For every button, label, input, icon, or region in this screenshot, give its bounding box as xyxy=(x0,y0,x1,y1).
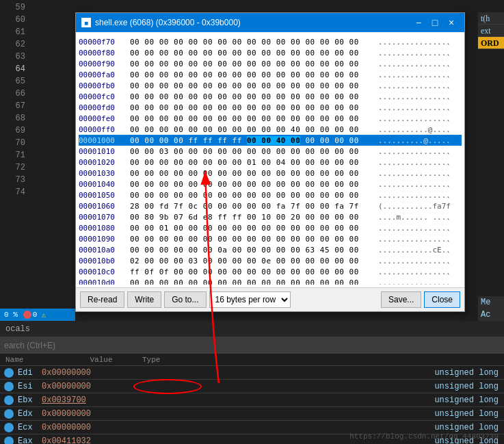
right-label-ord: ORD xyxy=(478,37,504,49)
hex-row[interactable]: 00000fa000 00 00 00 00 00 00 00 00 00 00… xyxy=(79,69,462,80)
register-value: 0x00000000 xyxy=(42,368,124,378)
save-button[interactable]: Save... xyxy=(381,291,421,308)
line-num-63: 63 xyxy=(0,51,31,63)
register-dot xyxy=(4,395,14,405)
line-num-66: 66 xyxy=(0,88,31,100)
close-window-button[interactable]: × xyxy=(444,15,459,30)
register-name: Ebx xyxy=(18,395,42,405)
reread-button[interactable]: Re-read xyxy=(80,291,124,308)
line-num-71: 71 xyxy=(0,149,31,161)
locals-header: ocals xyxy=(0,321,504,337)
hex-row[interactable]: 00000f7000 00 00 00 00 00 00 00 00 00 00… xyxy=(79,36,462,47)
register-value: 0x00000000 xyxy=(42,409,124,419)
hex-row[interactable]: 00000fd000 00 00 00 00 00 00 00 00 00 00… xyxy=(79,102,462,113)
hex-row[interactable]: 0000103000 00 00 00 00 00 00 00 00 00 00… xyxy=(79,168,462,179)
locals-label: ocals xyxy=(5,324,30,334)
register-name: Edi xyxy=(18,368,42,378)
register-row[interactable]: Esi0x00000000unsigned long xyxy=(0,380,504,393)
zoom-level: 0 % xyxy=(4,311,18,319)
hex-row[interactable]: 0000105000 00 00 00 00 00 00 00 00 00 00… xyxy=(79,190,462,200)
ac-label: Ac xyxy=(478,309,504,321)
hex-row[interactable]: 0000107000 80 9b 07 6d e8 ff ff 00 10 00… xyxy=(79,211,462,222)
line-num-73: 73 xyxy=(0,174,31,186)
hex-row[interactable]: 00000f9000 00 00 00 00 00 00 00 00 00 00… xyxy=(79,58,462,69)
hex-row[interactable]: 000010d000 00 00 00 00 00 00 00 00 00 00… xyxy=(79,277,462,285)
register-dot xyxy=(4,382,14,391)
modal-footer: Re-read Write Go to... 16 bytes per row … xyxy=(76,287,464,311)
hex-row[interactable]: 00000fe000 00 00 00 00 00 00 00 00 00 00… xyxy=(79,113,462,124)
hex-row[interactable]: 0000101000 00 03 00 00 00 00 00 00 00 00… xyxy=(79,146,462,157)
modal-titlebar[interactable]: ■ shell.exe (6068) (0x396000 - 0x39b000)… xyxy=(76,13,464,32)
bytes-per-row-select[interactable]: 16 bytes per row xyxy=(209,291,291,308)
register-name: Ecx xyxy=(18,423,42,432)
hex-row[interactable]: 0000109000 00 00 00 00 00 00 00 00 00 00… xyxy=(79,233,462,244)
hex-editor-window: ■ shell.exe (6068) (0x396000 - 0x39b000)… xyxy=(75,12,465,312)
register-name: Esi xyxy=(18,382,42,391)
line-num-61: 61 xyxy=(0,26,31,38)
hex-row[interactable]: 0000104000 00 00 00 00 00 00 00 00 00 00… xyxy=(79,179,462,190)
register-name: Edx xyxy=(18,409,42,419)
close-button[interactable]: Close xyxy=(424,291,460,308)
right-label-ext: ext xyxy=(478,25,504,37)
minimize-button[interactable]: − xyxy=(411,15,426,30)
register-row[interactable]: Edx0x00000000unsigned long xyxy=(0,407,504,421)
register-dot xyxy=(4,423,14,432)
hex-content: 00000f7000 00 00 00 00 00 00 00 00 00 00… xyxy=(76,32,464,287)
hex-row[interactable]: 000010b002 00 00 00 03 00 00 00 00 0e 00… xyxy=(79,255,462,266)
window-icon: ■ xyxy=(81,18,91,27)
hex-row[interactable]: 0000102000 00 00 00 00 00 00 00 01 00 04… xyxy=(79,157,462,168)
value-column-header: Value xyxy=(60,356,142,364)
hex-row[interactable]: 00000fc000 00 00 00 00 00 00 00 00 00 00… xyxy=(79,91,462,102)
hex-row[interactable]: 00000f8000 00 00 00 00 00 00 00 00 00 00… xyxy=(79,47,462,58)
register-value: 0x00411032 xyxy=(42,436,124,445)
me-label: Me xyxy=(478,296,504,309)
line-num-62: 62 xyxy=(0,38,31,51)
register-type: unsigned long xyxy=(434,409,504,419)
register-dot xyxy=(4,368,14,378)
register-value: 0x00000000 xyxy=(42,423,124,432)
search-bar[interactable] xyxy=(0,337,504,354)
type-column-header: Type xyxy=(142,356,160,364)
goto-button[interactable]: Go to... xyxy=(164,291,206,308)
line-num-72: 72 xyxy=(0,161,31,174)
hex-row[interactable]: 0000108000 00 01 00 00 00 00 00 00 00 00… xyxy=(79,222,462,233)
window-title: shell.exe (6068) (0x396000 - 0x39b000) xyxy=(95,18,410,27)
line-num-74: 74 xyxy=(0,186,31,198)
hex-row[interactable]: 00000fb000 00 00 00 00 00 00 00 00 00 00… xyxy=(79,80,462,91)
register-row[interactable]: Edi0x00000000unsigned long xyxy=(0,366,504,380)
warning-icon: ⚠ xyxy=(41,311,46,319)
line-num-68: 68 xyxy=(0,112,31,125)
register-type: unsigned long xyxy=(434,382,504,391)
hex-row[interactable]: 0000106028 00 fd 7f 0c 00 00 00 00 00 fa… xyxy=(79,200,462,211)
line-num-69: 69 xyxy=(0,125,31,137)
hex-row[interactable]: 0000100000 00 00 00 ff ff ff ff 00 00 40… xyxy=(79,135,462,146)
register-type: unsigned long xyxy=(434,423,504,432)
register-type: unsigned long xyxy=(434,368,504,378)
maximize-button[interactable]: □ xyxy=(427,15,442,30)
name-column-header: Name xyxy=(5,356,60,364)
register-row[interactable]: Ebx0x0039700unsigned long xyxy=(0,393,504,407)
line-num-64: 64 xyxy=(0,63,31,75)
line-num-67: 67 xyxy=(0,100,31,112)
line-num-70: 70 xyxy=(0,137,31,149)
watermark: https://blog.csdn.net/qq_44803739 xyxy=(349,432,499,441)
search-input[interactable] xyxy=(4,341,114,350)
error-dot xyxy=(23,311,31,319)
line-num-65: 65 xyxy=(0,75,31,88)
hex-table[interactable]: 00000f7000 00 00 00 00 00 00 00 00 00 00… xyxy=(76,35,464,285)
line-num-59: 59 xyxy=(0,1,31,14)
right-label-th: t(h xyxy=(478,12,504,25)
hex-row[interactable]: 00000ff000 00 00 00 00 00 00 00 00 00 00… xyxy=(79,124,462,135)
error-count: 0 xyxy=(33,311,38,319)
register-value: 0x0039700 xyxy=(42,395,124,405)
register-value: 0x00000000 xyxy=(42,382,124,391)
statusbar: 0 % 0 ⚠ xyxy=(0,309,75,321)
hex-row[interactable]: 000010c0ff 0f 0f 00 00 00 00 00 00 00 00… xyxy=(79,266,462,277)
write-button[interactable]: Write xyxy=(127,291,161,308)
register-dot xyxy=(4,409,14,419)
register-dot xyxy=(4,436,14,445)
register-name: Eax xyxy=(18,436,42,445)
register-type: unsigned long xyxy=(434,395,504,405)
hex-row[interactable]: 000010a000 00 00 00 00 00 0a 00 00 00 00… xyxy=(79,244,462,255)
line-num-60: 60 xyxy=(0,14,31,26)
